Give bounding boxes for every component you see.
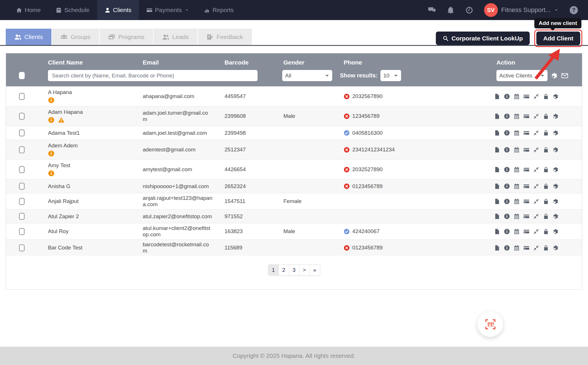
credit-card-icon[interactable] xyxy=(523,213,529,219)
gear-icon[interactable] xyxy=(553,130,559,136)
client-name[interactable]: Anisha G xyxy=(48,183,131,190)
credit-card-icon[interactable] xyxy=(523,245,529,251)
row-checkbox[interactable] xyxy=(19,166,25,173)
calendar-icon[interactable] xyxy=(514,183,520,189)
envelope-icon[interactable] xyxy=(561,72,568,79)
row-checkbox[interactable] xyxy=(19,129,25,136)
help-icon[interactable] xyxy=(569,6,578,15)
lock-icon[interactable] xyxy=(543,147,549,153)
info-icon[interactable] xyxy=(504,213,510,219)
calendar-icon[interactable] xyxy=(514,167,520,173)
calendar-icon[interactable] xyxy=(514,198,520,204)
page-button-3[interactable]: 3 xyxy=(289,264,299,276)
page-button-1[interactable]: 1 xyxy=(268,264,279,276)
file-icon[interactable] xyxy=(494,130,500,136)
tab-leads[interactable]: Leads xyxy=(154,29,197,45)
client-name[interactable]: Adama Test1 xyxy=(48,130,131,136)
add-client-button[interactable]: Add Client xyxy=(536,32,580,45)
credit-card-icon[interactable] xyxy=(523,130,529,136)
client-name[interactable]: A Hapana xyxy=(48,89,131,95)
lock-icon[interactable] xyxy=(543,229,549,235)
lock-icon[interactable] xyxy=(543,245,549,251)
info-icon[interactable] xyxy=(504,198,510,204)
nav-item-schedule[interactable]: Schedule xyxy=(48,0,97,20)
user-menu[interactable]: SV Fitness Support... xyxy=(484,3,558,17)
lock-icon[interactable] xyxy=(543,130,549,136)
search-input[interactable] xyxy=(48,70,258,81)
calendar-icon[interactable] xyxy=(514,229,520,235)
compress-icon[interactable] xyxy=(533,229,539,235)
calendar-icon[interactable] xyxy=(514,213,520,219)
info-icon[interactable] xyxy=(504,167,510,173)
compress-icon[interactable] xyxy=(533,130,539,136)
client-name[interactable]: Adem Adem xyxy=(48,143,131,149)
select-all-checkbox[interactable] xyxy=(19,72,25,79)
calendar-icon[interactable] xyxy=(514,93,520,99)
compress-icon[interactable] xyxy=(533,113,539,119)
gear-icon[interactable] xyxy=(553,245,559,251)
gear-icon[interactable] xyxy=(551,72,558,79)
file-icon[interactable] xyxy=(494,198,500,204)
row-checkbox[interactable] xyxy=(19,113,25,120)
credit-card-icon[interactable] xyxy=(523,198,529,204)
info-icon[interactable] xyxy=(504,130,510,136)
client-name[interactable]: Adam Hapana xyxy=(48,109,131,115)
calendar-icon[interactable] xyxy=(514,147,520,153)
row-checkbox[interactable] xyxy=(19,183,25,190)
client-name[interactable]: Atul Roy xyxy=(48,228,131,235)
compress-icon[interactable] xyxy=(533,167,539,173)
file-icon[interactable] xyxy=(494,167,500,173)
row-checkbox[interactable] xyxy=(19,228,25,235)
credit-card-icon[interactable] xyxy=(523,229,529,235)
clock-icon[interactable] xyxy=(465,6,473,14)
compress-icon[interactable] xyxy=(533,198,539,204)
file-icon[interactable] xyxy=(494,245,500,251)
client-status-filter-select[interactable]: Active Clients xyxy=(496,70,548,81)
info-badge-icon[interactable] xyxy=(48,170,55,177)
compress-icon[interactable] xyxy=(533,245,539,251)
nav-item-clients[interactable]: Clients xyxy=(97,0,139,20)
compress-icon[interactable] xyxy=(533,213,539,219)
lock-icon[interactable] xyxy=(543,167,549,173)
compress-icon[interactable] xyxy=(533,183,539,189)
compress-icon[interactable] xyxy=(533,147,539,153)
lock-icon[interactable] xyxy=(543,198,549,204)
gear-icon[interactable] xyxy=(553,147,559,153)
info-icon[interactable] xyxy=(504,245,510,251)
client-name[interactable]: Atul Zapier 2 xyxy=(48,213,131,220)
file-icon[interactable] xyxy=(494,93,500,99)
credit-card-icon[interactable] xyxy=(523,93,529,99)
barcode-scan-fab[interactable] xyxy=(477,311,503,337)
credit-card-icon[interactable] xyxy=(523,183,529,189)
lock-icon[interactable] xyxy=(543,183,549,189)
gear-icon[interactable] xyxy=(553,167,559,173)
credit-card-icon[interactable] xyxy=(523,113,529,119)
gear-icon[interactable] xyxy=(553,229,559,235)
compress-icon[interactable] xyxy=(533,93,539,99)
file-icon[interactable] xyxy=(494,113,500,119)
file-icon[interactable] xyxy=(494,147,500,153)
info-icon[interactable] xyxy=(504,229,510,235)
gear-icon[interactable] xyxy=(553,183,559,189)
page-button-2[interactable]: 2 xyxy=(278,264,289,276)
file-icon[interactable] xyxy=(494,183,500,189)
row-checkbox[interactable] xyxy=(19,146,25,153)
gear-icon[interactable] xyxy=(553,113,559,119)
lock-icon[interactable] xyxy=(543,93,549,99)
chat-icon[interactable] xyxy=(428,6,436,14)
tab-clients[interactable]: Clients xyxy=(6,29,51,45)
tab-programs[interactable]: Programs xyxy=(100,29,153,45)
show-results-select[interactable]: 10 xyxy=(380,70,401,81)
gear-icon[interactable] xyxy=(553,93,559,99)
nav-item-reports[interactable]: Reports xyxy=(196,0,241,20)
gear-icon[interactable] xyxy=(553,213,559,219)
calendar-icon[interactable] xyxy=(514,130,520,136)
info-icon[interactable] xyxy=(504,147,510,153)
info-badge-icon[interactable] xyxy=(48,150,55,157)
calendar-icon[interactable] xyxy=(514,113,520,119)
row-checkbox[interactable] xyxy=(19,213,25,220)
next-page-button[interactable]: > xyxy=(299,264,310,276)
bell-icon[interactable] xyxy=(447,6,454,14)
client-name[interactable]: Amy Test xyxy=(48,162,131,169)
tab-groups[interactable]: Groups xyxy=(52,29,99,45)
